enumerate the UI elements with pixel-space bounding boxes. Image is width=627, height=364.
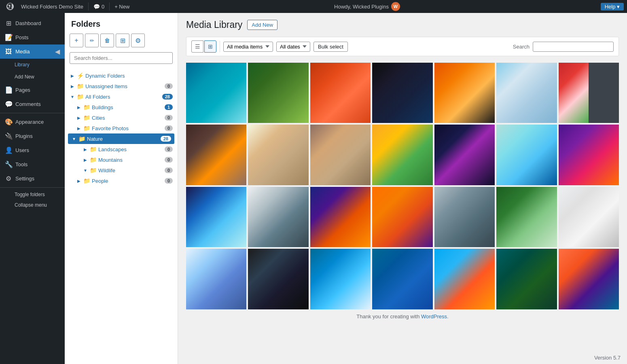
page-footer: Thank you for creating with WordPress. [186, 309, 619, 324]
toggle-nature[interactable]: ▼ [71, 136, 77, 142]
sidebar-item-posts[interactable]: 📝 Posts [0, 30, 65, 44]
media-item[interactable] [372, 63, 432, 123]
media-item[interactable] [186, 63, 246, 123]
media-image [372, 249, 432, 309]
toggle-cities[interactable]: ▶ [76, 115, 82, 121]
media-item[interactable] [248, 125, 308, 185]
sidebar-item-comments[interactable]: 💬 Comments [0, 97, 65, 111]
media-item[interactable] [496, 249, 557, 309]
folder-item-landscapes[interactable]: ▶ 📁 Landscapes 0 [65, 144, 178, 154]
media-item[interactable] [559, 63, 619, 123]
sidebar-item-add-new[interactable]: Add New [0, 71, 65, 83]
toggle-buildings[interactable]: ▶ [76, 104, 82, 110]
folders-panel: Folders + ✏ 🗑 ⊞ ⚙ ▶ ⚡ Dynamic Folders [65, 13, 178, 364]
media-item[interactable] [496, 63, 557, 123]
add-new-button[interactable]: Add New [247, 20, 277, 30]
sidebar-item-pages[interactable]: 📄 Pages [0, 83, 65, 97]
media-item[interactable] [372, 249, 432, 309]
sort-folder-button[interactable]: ⊞ [116, 34, 129, 47]
media-item[interactable] [310, 63, 371, 123]
folder-item-all[interactable]: ▼ 📁 All Folders 28 [65, 91, 178, 102]
folder-item-mountains[interactable]: ▶ 📁 Mountains 0 [65, 154, 178, 165]
toggle-wildlife[interactable]: ▼ [83, 167, 88, 173]
wp-logo[interactable] [3, 3, 17, 10]
folder-item-nature[interactable]: ▼ 📁 Nature 28 [68, 133, 174, 144]
help-button[interactable]: Help ▾ [601, 3, 624, 11]
grid-view-button[interactable]: ⊞ [204, 40, 216, 53]
edit-folder-button[interactable]: ✏ [85, 34, 99, 47]
wordpress-link[interactable]: WordPress [421, 313, 447, 320]
media-item[interactable] [186, 249, 246, 309]
toggle-folders-link[interactable]: Toggle folders [0, 189, 65, 200]
sidebar-item-settings[interactable]: ⚙ Settings [0, 171, 65, 186]
media-item[interactable] [559, 187, 619, 247]
media-item[interactable] [559, 249, 619, 309]
sidebar-item-appearance[interactable]: 🎨 Appearance [0, 115, 65, 129]
sidebar-item-tools[interactable]: 🔧 Tools [0, 157, 65, 171]
media-image [248, 187, 308, 247]
toggle-dynamic[interactable]: ▶ [70, 73, 75, 78]
folder-settings-button[interactable]: ⚙ [131, 34, 145, 47]
folder-item-people[interactable]: ▶ 📁 People 0 [65, 176, 178, 186]
media-item[interactable] [310, 249, 371, 309]
folder-item-cities[interactable]: ▶ 📁 Cities 0 [65, 112, 178, 123]
list-view-button[interactable]: ☰ [191, 40, 203, 53]
toggle-mountains[interactable]: ▶ [83, 157, 88, 163]
media-image [186, 63, 246, 123]
folder-search-input[interactable] [70, 52, 173, 64]
user-avatar: W [391, 2, 400, 11]
media-item[interactable] [186, 125, 246, 185]
media-item[interactable] [496, 125, 557, 185]
media-type-filter[interactable]: All media items [223, 42, 273, 52]
toggle-favorite[interactable]: ▶ [76, 125, 82, 131]
comments-link[interactable]: 💬 0 [89, 4, 108, 10]
people-count: 0 [165, 178, 173, 184]
media-item[interactable] [496, 187, 557, 247]
folder-item-wildlife[interactable]: ▼ 📁 Wildlife 0 [65, 165, 178, 176]
media-image [434, 187, 495, 247]
folder-item-unassigned[interactable]: ▶ 📁 Unassigned Items 0 [65, 81, 178, 91]
toggle-unassigned[interactable]: ▶ [70, 83, 75, 89]
media-item[interactable] [310, 125, 371, 185]
media-item[interactable] [434, 187, 495, 247]
folder-item-buildings[interactable]: ▶ 📁 Buildings 1 [65, 102, 178, 112]
toggle-all[interactable]: ▼ [70, 94, 75, 99]
search-label: Search [513, 44, 530, 50]
media-item[interactable] [186, 187, 246, 247]
add-folder-button[interactable]: + [70, 34, 83, 47]
sidebar-item-media[interactable]: 🖼 Media ◀ [0, 44, 65, 59]
new-content-link[interactable]: + New [110, 4, 133, 10]
nature-folder-icon: 📁 [78, 135, 85, 142]
sidebar-item-dashboard[interactable]: ⊞ Dashboard [0, 16, 65, 30]
media-item[interactable] [434, 249, 495, 309]
bulk-select-button[interactable]: Bulk select [314, 42, 348, 52]
media-item[interactable] [434, 125, 495, 185]
media-item[interactable] [248, 187, 308, 247]
toggle-people[interactable]: ▶ [76, 178, 82, 184]
media-item[interactable] [248, 249, 308, 309]
date-filter[interactable]: All dates [276, 42, 310, 52]
sidebar-item-plugins[interactable]: 🔌 Plugins [0, 129, 65, 143]
media-image [310, 249, 371, 309]
media-item[interactable] [372, 125, 432, 185]
folder-toolbar: + ✏ 🗑 ⊞ ⚙ [65, 34, 178, 52]
media-item[interactable] [372, 187, 432, 247]
sidebar-item-users[interactable]: 👤 Users [0, 143, 65, 157]
site-name[interactable]: Wicked Folders Demo Site [17, 4, 87, 10]
folder-item-favorite[interactable]: ▶ 📁 Favorite Photos 0 [65, 123, 178, 133]
media-item[interactable] [310, 187, 371, 247]
media-item[interactable] [559, 125, 619, 185]
toggle-landscapes[interactable]: ▶ [83, 146, 88, 152]
folder-item-dynamic[interactable]: ▶ ⚡ Dynamic Folders [65, 70, 178, 81]
media-image [434, 125, 495, 185]
delete-folder-button[interactable]: 🗑 [100, 34, 114, 47]
media-search-input[interactable] [533, 42, 614, 52]
mountains-count: 0 [165, 157, 173, 163]
collapse-menu-link[interactable]: Collapse menu [0, 200, 65, 210]
landscapes-folder-icon: 📁 [90, 146, 97, 152]
sidebar-item-library[interactable]: Library [0, 59, 65, 71]
media-item[interactable] [434, 63, 495, 123]
media-item[interactable] [248, 63, 308, 123]
media-image [496, 63, 557, 123]
buildings-count: 1 [165, 104, 173, 110]
